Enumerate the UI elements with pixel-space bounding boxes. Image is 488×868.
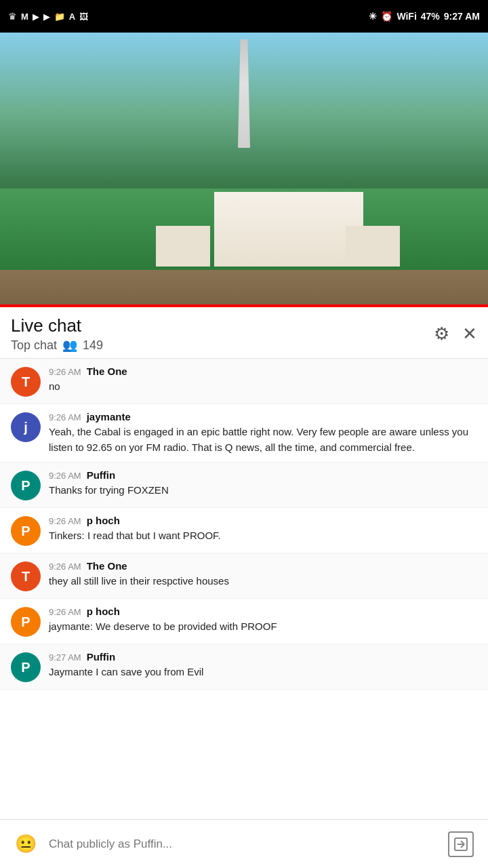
avatar: P	[11, 471, 41, 500]
message-content: 9:26 AM The One they all still live in t…	[49, 560, 477, 589]
message-author: Puffin	[87, 651, 116, 663]
chat-message: P 9:26 AM Puffin Thanks for trying FOXZE…	[0, 462, 488, 508]
message-time: 9:26 AM	[49, 367, 81, 377]
avatar: P	[11, 516, 41, 546]
avatar: j	[11, 412, 41, 442]
message-content: 9:26 AM p hoch jaymante: We deserve to b…	[49, 606, 477, 635]
chat-input-bar: 😐	[0, 819, 488, 868]
send-icon	[448, 831, 474, 857]
building-wing-right	[346, 226, 400, 267]
alarm-icon: ⏰	[381, 11, 392, 22]
message-author: The One	[87, 366, 127, 377]
chat-message: T 9:26 AM The One no	[0, 359, 488, 404]
time-display: 9:27 AM	[444, 11, 480, 22]
message-content: 9:26 AM p hoch Tinkers: I read that but …	[49, 515, 477, 544]
message-text: Thanks for trying FOXZEN	[49, 483, 477, 498]
message-author: Puffin	[87, 469, 116, 481]
chat-header-left: Live chat Top chat 👥 149	[11, 315, 103, 353]
building-wing-left	[156, 226, 210, 267]
folder-icon: 📁	[54, 12, 65, 22]
message-time: 9:26 AM	[49, 516, 81, 526]
message-text: Yeah, the Cabal is engaged in an epic ba…	[49, 425, 477, 455]
live-chat-title: Live chat	[11, 315, 103, 336]
message-content: 9:26 AM Puffin Thanks for trying FOXZEN	[49, 469, 477, 498]
chat-input[interactable]	[49, 837, 436, 851]
bluetooth-icon: ✳	[369, 11, 377, 22]
emoji-icon: 😐	[15, 833, 37, 854]
chat-header: Live chat Top chat 👥 149 ⚙ ✕	[0, 307, 488, 359]
battery-text: 47%	[421, 11, 440, 22]
send-button[interactable]	[445, 828, 477, 861]
crown-icon: ♛	[8, 11, 17, 22]
avatar: P	[11, 652, 41, 682]
status-bar: ♛ M ▶ ▶ 📁 A 🖼 ✳ ⏰ WiFi 47% 9:27 AM	[0, 0, 488, 33]
message-content: 9:26 AM The One no	[49, 366, 477, 395]
chat-message: P 9:27 AM Puffin Jaymante I can save you…	[0, 644, 488, 690]
yt2-icon: ▶	[43, 12, 50, 22]
message-time: 9:26 AM	[49, 561, 81, 572]
message-content: 9:27 AM Puffin Jaymante I can save you f…	[49, 651, 477, 680]
message-author: The One	[87, 560, 127, 572]
message-author: p hoch	[87, 515, 120, 526]
video-player[interactable]	[0, 33, 488, 307]
message-text: Jaymante I can save you from Evil	[49, 665, 477, 680]
avatar: T	[11, 367, 41, 397]
close-icon[interactable]: ✕	[462, 323, 477, 344]
status-icons-right: ✳ ⏰ WiFi 47% 9:27 AM	[369, 11, 480, 22]
chat-message: T 9:26 AM The One they all still live in…	[0, 553, 488, 599]
filter-icon[interactable]: ⚙	[434, 323, 449, 344]
wifi-icon: WiFi	[396, 11, 416, 22]
message-author: p hoch	[87, 606, 120, 617]
viewer-count: 149	[83, 338, 103, 353]
status-icons-left: ♛ M ▶ ▶ 📁 A 🖼	[8, 11, 88, 22]
alert-icon: A	[69, 12, 75, 22]
emoji-button[interactable]: 😐	[11, 829, 41, 859]
message-text: they all still live in their respctive h…	[49, 574, 477, 589]
top-chat-label[interactable]: Top chat	[11, 338, 57, 353]
chat-message: j 9:26 AM jaymante Yeah, the Cabal is en…	[0, 404, 488, 462]
youtube-icon: ▶	[33, 12, 39, 22]
message-author: jaymante	[87, 411, 131, 422]
chat-messages-container: T 9:26 AM The One no j 9:26 AM jaymante …	[0, 359, 488, 690]
avatar: T	[11, 561, 41, 591]
message-time: 9:27 AM	[49, 652, 81, 663]
message-text: no	[49, 379, 477, 395]
message-content: 9:26 AM jaymante Yeah, the Cabal is enga…	[49, 411, 477, 455]
building-graphic	[214, 192, 363, 267]
message-text: jaymante: We deserve to be provided with…	[49, 619, 477, 635]
chat-header-controls: ⚙ ✕	[434, 323, 477, 344]
avatar: P	[11, 607, 41, 637]
progress-bar[interactable]	[0, 304, 488, 307]
image-icon: 🖼	[79, 12, 88, 22]
message-time: 9:26 AM	[49, 471, 81, 481]
m-icon: M	[21, 12, 28, 22]
message-time: 9:26 AM	[49, 412, 81, 422]
people-icon: 👥	[62, 338, 77, 353]
monument-graphic	[238, 39, 250, 148]
message-text: Tinkers: I read that but I want PROOF.	[49, 528, 477, 544]
chat-message: P 9:26 AM p hoch Tinkers: I read that bu…	[0, 508, 488, 553]
chat-message: P 9:26 AM p hoch jaymante: We deserve to…	[0, 599, 488, 644]
message-time: 9:26 AM	[49, 607, 81, 617]
